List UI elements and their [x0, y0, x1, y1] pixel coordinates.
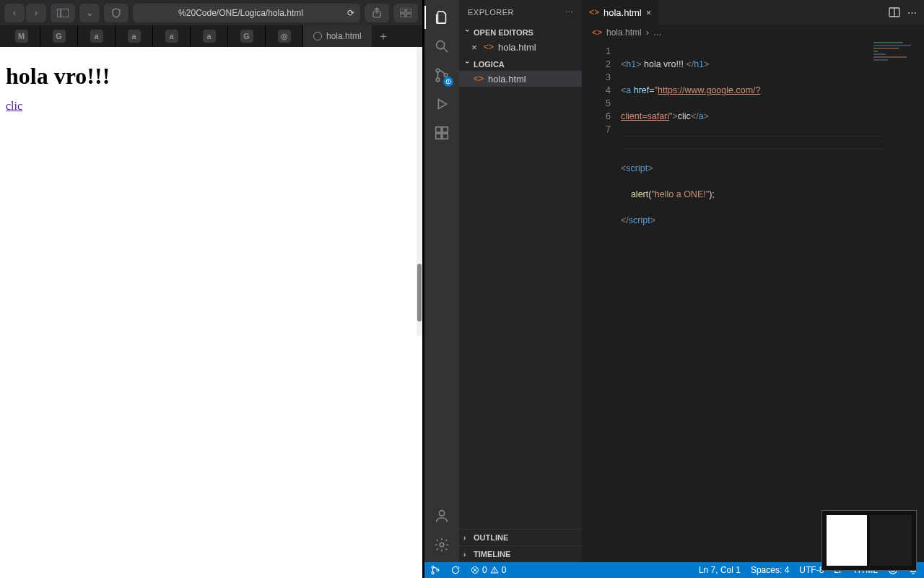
scm-badge-icon — [443, 77, 453, 87]
activity-bar — [424, 0, 459, 562]
safari-window: ‹ › ⌄ %20Code/ONE/Logica/hola.html ⟳ — [0, 0, 422, 578]
status-problems[interactable]: 0 0 — [471, 565, 506, 575]
pip-right-panel — [870, 515, 912, 566]
favorite-5[interactable]: a — [153, 25, 191, 47]
svg-rect-15 — [443, 127, 448, 132]
vscode-body: EXPLORER ⋯ › OPEN EDITORS × <> hola.html — [424, 0, 924, 562]
back-button[interactable]: ‹ — [4, 4, 25, 22]
settings-gear-icon[interactable] — [432, 535, 452, 555]
line-gutter: 1 2 3 4 5 6 7 — [582, 40, 621, 562]
favorite-8[interactable]: ◎ — [266, 25, 303, 47]
toolbar-chevron[interactable]: ⌄ — [79, 4, 100, 22]
url-bar[interactable]: %20Code/ONE/Logica/hola.html ⟳ — [133, 4, 360, 22]
safari-toolbar: ‹ › ⌄ %20Code/ONE/Logica/hola.html ⟳ — [0, 0, 422, 25]
chevron-down-icon: › — [463, 29, 471, 36]
svg-marker-13 — [438, 100, 446, 109]
favorite-2[interactable]: G — [40, 25, 78, 47]
favorite-6[interactable]: a — [191, 25, 228, 47]
open-editors-section[interactable]: › OPEN EDITORS — [459, 26, 582, 39]
workspace-section[interactable]: › LOGICA — [459, 58, 582, 71]
html-file-icon: <> — [589, 7, 599, 17]
svg-rect-14 — [436, 127, 441, 132]
svg-point-9 — [436, 69, 440, 72]
run-debug-icon[interactable] — [432, 94, 452, 114]
breadcrumb-more: … — [653, 27, 662, 38]
editor-tab-label: hola.html — [603, 7, 642, 18]
svg-point-23 — [432, 572, 434, 574]
code-content[interactable]: <h1> hola vro!!! </h1> <a href="https://… — [621, 40, 924, 562]
privacy-shield-button[interactable] — [104, 4, 128, 22]
account-icon[interactable] — [432, 506, 452, 526]
outline-section[interactable]: › OUTLINE — [459, 529, 582, 545]
picture-in-picture-preview[interactable] — [821, 510, 917, 571]
svg-point-29 — [494, 571, 494, 572]
editor-actions: ⋯ — [889, 0, 924, 25]
svg-point-22 — [432, 566, 434, 568]
favorite-3[interactable]: a — [78, 25, 116, 47]
pip-left-panel — [827, 515, 867, 566]
more-actions-icon[interactable]: ⋯ — [907, 7, 917, 18]
search-icon[interactable] — [432, 36, 452, 56]
status-branch[interactable] — [430, 565, 440, 575]
editor-scrollbar[interactable] — [915, 40, 924, 562]
workspace-filename: hola.html — [488, 74, 526, 85]
scrollbar-thumb[interactable] — [417, 264, 422, 322]
status-encoding[interactable]: UTF-8 — [799, 565, 824, 575]
explorer-sidebar: EXPLORER ⋯ › OPEN EDITORS × <> hola.html — [459, 0, 582, 562]
status-spaces[interactable]: Spaces: 4 — [751, 565, 789, 575]
html-file-icon: <> — [474, 74, 484, 84]
favorite-7[interactable]: G — [228, 25, 266, 47]
safari-tab-label: hola.html — [326, 31, 362, 41]
extensions-icon[interactable] — [432, 123, 452, 143]
reload-icon[interactable]: ⟳ — [347, 8, 354, 18]
safari-scrollbar[interactable] — [417, 47, 422, 336]
breadcrumb-file: hola.html — [606, 27, 642, 38]
svg-point-10 — [436, 78, 440, 82]
svg-point-18 — [439, 511, 444, 516]
chevron-right-icon: › — [463, 534, 471, 542]
safari-chrome: ‹ › ⌄ %20Code/ONE/Logica/hola.html ⟳ — [0, 0, 422, 47]
sidebar-toggle-button[interactable] — [51, 4, 75, 22]
favorite-4[interactable]: a — [116, 25, 153, 47]
close-icon[interactable]: × — [646, 7, 652, 18]
favorite-1[interactable]: M — [3, 25, 40, 47]
timeline-section[interactable]: › TIMELINE — [459, 545, 582, 562]
svg-rect-3 — [400, 9, 405, 12]
editor-area: <> hola.html × ⋯ <> hola.html › — [582, 0, 924, 562]
html-file-icon: <> — [592, 27, 602, 38]
forward-button[interactable]: › — [26, 4, 46, 22]
svg-rect-17 — [443, 134, 448, 139]
open-editor-filename: hola.html — [498, 42, 536, 53]
svg-rect-16 — [436, 134, 441, 139]
svg-rect-5 — [400, 14, 405, 17]
tabs-overview-button[interactable] — [393, 4, 418, 22]
svg-rect-0 — [57, 9, 69, 17]
explorer-icon[interactable] — [432, 7, 452, 27]
status-cursor[interactable]: Ln 7, Col 1 — [699, 565, 741, 575]
split-editor-icon[interactable] — [889, 7, 900, 17]
breadcrumb[interactable]: <> hola.html › … — [582, 25, 924, 40]
editor-tab-hola[interactable]: <> hola.html × — [582, 0, 659, 25]
close-icon[interactable]: × — [469, 42, 479, 53]
source-control-icon[interactable] — [432, 65, 452, 85]
svg-point-19 — [440, 543, 444, 547]
safari-active-tab[interactable]: hola.html — [303, 25, 372, 47]
chevron-down-icon: › — [463, 61, 471, 68]
open-editor-item[interactable]: × <> hola.html — [459, 39, 582, 55]
code-editor[interactable]: 1 2 3 4 5 6 7 <h1> hola vro!!! </h1> <a … — [582, 40, 924, 562]
explorer-more-icon[interactable]: ⋯ — [565, 8, 574, 17]
new-tab-button[interactable]: ＋ — [372, 25, 395, 47]
svg-point-7 — [437, 41, 445, 49]
workspace-file-item[interactable]: <> hola.html — [459, 71, 582, 87]
page-heading: hola vro!!! — [6, 63, 417, 90]
page-link[interactable]: clic — [6, 100, 22, 112]
status-sync[interactable] — [450, 565, 461, 575]
share-button[interactable] — [365, 4, 389, 22]
svg-point-24 — [437, 569, 439, 571]
breadcrumb-separator: › — [646, 27, 649, 38]
safari-page-content: hola vro!!! clic — [0, 47, 422, 578]
tab-favicon-icon — [313, 32, 322, 40]
vscode-window: EXPLORER ⋯ › OPEN EDITORS × <> hola.html — [424, 0, 924, 578]
svg-line-8 — [444, 48, 448, 53]
editor-tabs: <> hola.html × ⋯ — [582, 0, 924, 25]
